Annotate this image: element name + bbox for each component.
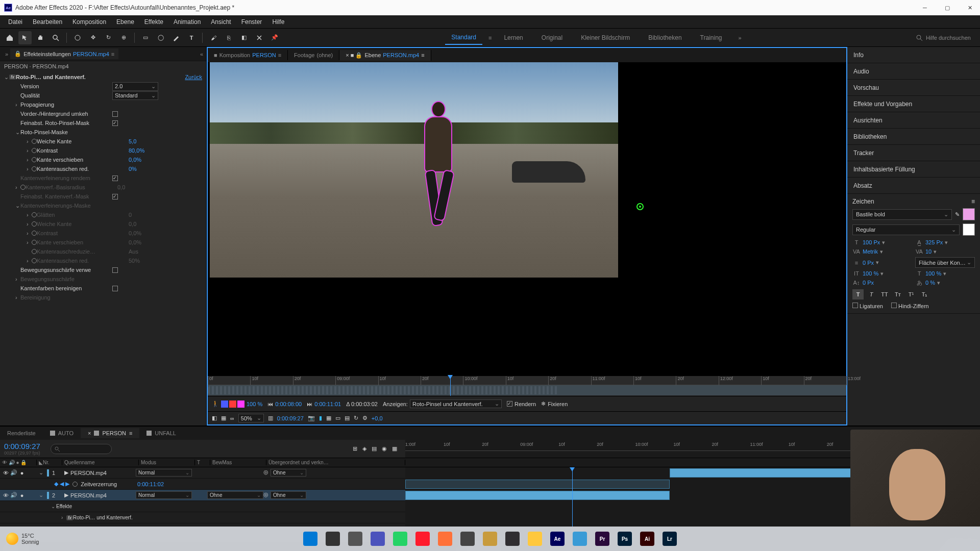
timewarp-value[interactable]: 0:00:11:02 (137, 481, 164, 487)
invert-checkbox[interactable] (112, 111, 118, 117)
text-tool[interactable]: T (185, 31, 198, 44)
menu-bearbeiten[interactable]: Bearbeiten (28, 16, 67, 28)
stopwatch-icon[interactable] (32, 166, 37, 171)
panel-prev-icon[interactable]: « (200, 51, 203, 57)
mb-checkbox[interactable] (112, 267, 118, 273)
tracking-value[interactable]: 10 (925, 248, 932, 255)
panel-effekte[interactable]: Effekte und Vorgaben (847, 96, 980, 112)
font-size-value[interactable]: 100 Px (863, 239, 880, 245)
alpha-icon[interactable]: ◧ (212, 415, 217, 421)
noise-value[interactable]: 0% (129, 166, 137, 172)
timewarp-bar[interactable] (405, 480, 670, 489)
layer-effect-roto[interactable]: › fx Roto-Pi… und Kantenverf. (0, 512, 405, 523)
eye-icon[interactable]: 👁 (2, 492, 9, 499)
panel-info[interactable]: Info (847, 47, 980, 63)
workspace-kleiner[interactable]: Kleiner Bildschirm (575, 31, 636, 44)
mode-dropdown[interactable]: Normal (136, 469, 192, 477)
viewer-tab-layer[interactable]: × ■ 🔒 Ebene PERSON.mp4 ≡ (339, 50, 431, 61)
orbit-tool[interactable] (71, 31, 84, 44)
vscale-value[interactable]: 100 % (863, 270, 878, 277)
hindi-check[interactable]: Hindi-Ziffern (891, 303, 929, 309)
taskbar-app-obs[interactable] (502, 529, 523, 549)
font-style-dropdown[interactable]: Regular (852, 224, 960, 235)
zoom-dropdown[interactable]: 50% (238, 414, 264, 422)
fine-roto-checkbox[interactable] (112, 120, 118, 126)
panel-content-fill[interactable]: Inhaltsbasierte Füllung (847, 161, 980, 178)
taskbar-app-teams[interactable] (368, 529, 388, 549)
panel-vorschau[interactable]: Vorschau (847, 80, 980, 96)
layer-effects-group[interactable]: ⌄ Effekte (0, 501, 405, 512)
brush-tool[interactable]: 🖌 (207, 31, 220, 44)
clone-tool[interactable]: ⎘ (222, 31, 235, 44)
taskbar-app-opera[interactable] (412, 529, 433, 549)
tab-auto[interactable]: AUTO (43, 428, 81, 438)
tl-icon-1[interactable]: ⊞ (353, 445, 357, 452)
taskbar-app-ae[interactable]: Ae (547, 529, 568, 549)
adjust-icon[interactable]: ⚙ (362, 415, 368, 421)
menu-animation[interactable]: Animation (168, 16, 206, 28)
render-checkbox[interactable] (507, 401, 512, 407)
roto-tool[interactable] (253, 31, 266, 44)
kerning-value[interactable]: Metrik (863, 248, 878, 255)
font-family-dropdown[interactable]: Bastile bold (852, 209, 952, 220)
taskbar-app-lr[interactable]: Lr (659, 529, 680, 549)
layer-bar-2[interactable] (405, 491, 670, 500)
taskbar-app-search[interactable] (323, 529, 343, 549)
effect-controls-tab[interactable]: 🔒 Effekteinstellungen PERSON.mp4 ≡ (10, 48, 118, 59)
effect-name[interactable]: Roto-Pi… und Kantenverf. (16, 74, 185, 80)
exposure-value[interactable]: +0,0 (372, 415, 383, 421)
taskbar-app-app1[interactable] (457, 529, 478, 549)
taskbar-app-pr[interactable]: Pr (592, 529, 612, 549)
contrast-value[interactable]: 80,0% (129, 147, 144, 154)
range-in[interactable]: 0:00:08:00 (275, 401, 302, 407)
rotation-tool[interactable]: ↻ (102, 31, 115, 44)
show-dropdown[interactable]: Roto-Pinsel und Kantenverf. (410, 399, 502, 408)
channel-icon[interactable]: ▦ (221, 415, 226, 421)
quality-dropdown[interactable]: Standard (112, 91, 158, 100)
layer-row-2[interactable]: 👁🔊● ⌄2 ▶ PERSON.mp4 Normal Ohne ◎ Ohne (0, 490, 405, 501)
taskbar-app-firefox[interactable] (435, 529, 455, 549)
fill-color-swatch[interactable] (963, 208, 975, 220)
home-tool[interactable] (3, 31, 16, 44)
stroke-color-swatch[interactable] (963, 223, 975, 236)
superscript-button[interactable]: T¹ (905, 289, 917, 299)
viewport[interactable] (208, 62, 846, 375)
eye-icon[interactable]: 👁 (2, 469, 9, 477)
layer-time-ruler[interactable]: 0f10f20f09:00f10f20f10:00f10f20f11:00f10… (208, 375, 846, 396)
tab-person[interactable]: × PERSON ≡ (81, 428, 139, 438)
taskbar-app-explorer[interactable] (525, 529, 545, 549)
timeline-current-time[interactable]: 0:00:09:27 (4, 442, 40, 450)
allcaps-button[interactable]: TT (879, 289, 890, 299)
prop-propagation[interactable]: Propagierung (20, 102, 112, 108)
taskbar-app-ps[interactable]: Ps (615, 529, 635, 549)
hand-tool[interactable] (34, 31, 47, 44)
timeline-search[interactable] (51, 444, 112, 454)
parent-dropdown[interactable]: Ohne (271, 491, 306, 499)
shape-ellipse-tool[interactable]: ◯ (154, 31, 167, 44)
roto-mask-group[interactable]: Roto-Pinsel-Maske (20, 129, 112, 135)
leading-value[interactable]: 325 Px (925, 239, 943, 245)
panel-bibliotheken[interactable]: Bibliotheken (847, 129, 980, 145)
subscript-button[interactable]: T₁ (919, 289, 930, 299)
alpha-swatch[interactable] (221, 400, 228, 408)
menu-fenster[interactable]: Fenster (236, 16, 267, 28)
panel-audio[interactable]: Audio (847, 63, 980, 80)
trkmat-dropdown[interactable]: Ohne (207, 491, 263, 499)
zoom-tool[interactable] (49, 31, 62, 44)
bold-button[interactable]: T (852, 289, 864, 299)
reset-link[interactable]: Zurück (185, 74, 202, 80)
menu-hilfe[interactable]: Hilfe (267, 16, 289, 28)
expand-toggle[interactable]: ⌄ (15, 129, 20, 136)
panel-absatz[interactable]: Absatz (847, 178, 980, 194)
shape-rect-tool[interactable]: ▭ (139, 31, 152, 44)
layer-row-1[interactable]: 👁🔊● ⌄1 ▶ PERSON.mp4 Normal ◎ Ohne (0, 467, 405, 479)
fx-icon[interactable]: fx (9, 74, 16, 80)
minimize-button[interactable]: ─ (919, 2, 931, 14)
close-button[interactable]: ✕ (964, 2, 976, 14)
taskbar-app-whatsapp[interactable] (390, 529, 410, 549)
expand-toggle[interactable]: › (15, 102, 20, 108)
mask-icon[interactable]: ∞ (230, 415, 234, 421)
res-icon[interactable]: ▥ (268, 415, 273, 421)
panel-chevron-icon[interactable]: » (3, 51, 10, 57)
hscale-value[interactable]: 100 % (925, 270, 941, 277)
